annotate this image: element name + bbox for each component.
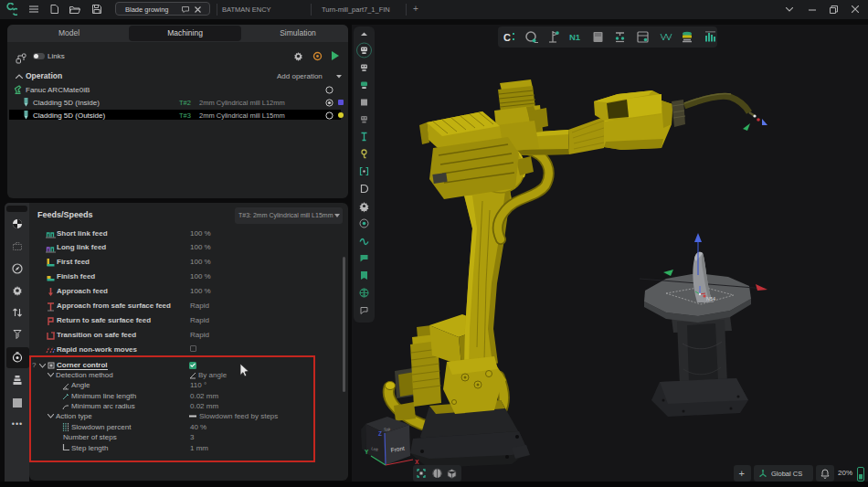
svg-text:Y: Y <box>365 449 369 455</box>
svg-text:Z: Z <box>378 430 382 437</box>
svg-text:X: X <box>415 459 419 465</box>
svg-text:Top: Top <box>383 427 390 432</box>
svg-text:N54: N54 <box>706 296 715 302</box>
